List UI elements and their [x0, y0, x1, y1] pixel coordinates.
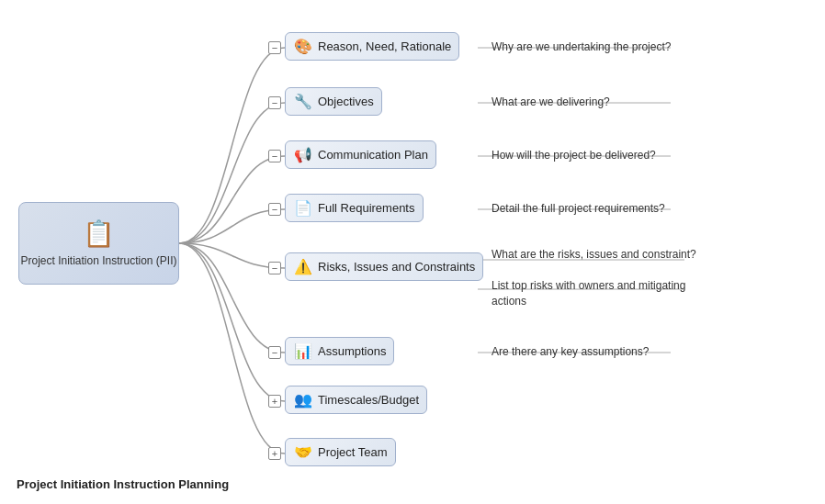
timescales-icon: 👥	[293, 391, 313, 409]
reason-annotation: Why are we undertaking the project?	[492, 40, 671, 53]
topic-node-timescales[interactable]: 👥Timescales/Budget	[285, 386, 427, 414]
reqs-icon: 📄	[293, 199, 313, 217]
page-title: Project Initiation Instruction Planning	[17, 477, 229, 491]
team-icon: 🤝	[293, 443, 313, 461]
objectives-annotation: What are we delivering?	[492, 95, 610, 108]
reqs-collapse-btn[interactable]: −	[268, 203, 281, 216]
comm-annotation: How will the project be delivered?	[492, 149, 656, 162]
timescales-label: Timescales/Budget	[318, 393, 419, 407]
risks-collapse-btn[interactable]: −	[268, 262, 281, 274]
team-collapse-btn[interactable]: +	[268, 447, 281, 460]
risks-icon: ⚠️	[293, 258, 313, 275]
risks-label: Risks, Issues and Constraints	[318, 260, 475, 274]
risks-annotation2: List top risks with owners and mitigatin…	[492, 278, 703, 309]
center-node: 📋 Project Initiation Instruction (PII)	[18, 202, 179, 285]
timescales-collapse-btn[interactable]: +	[268, 395, 281, 408]
reason-collapse-btn[interactable]: −	[268, 41, 281, 54]
center-label: Project Initiation Instruction (PII)	[20, 254, 176, 269]
comm-collapse-btn[interactable]: −	[268, 150, 281, 162]
topic-node-objectives[interactable]: 🔧Objectives	[285, 87, 382, 116]
center-icon: 📋	[83, 218, 115, 249]
assumptions-collapse-btn[interactable]: −	[268, 346, 281, 359]
topic-node-assumptions[interactable]: 📊Assumptions	[285, 337, 394, 365]
assumptions-label: Assumptions	[318, 344, 386, 358]
reason-label: Reason, Need, Rationale	[318, 39, 451, 53]
assumptions-icon: 📊	[293, 342, 313, 360]
reqs-label: Full Requirements	[318, 201, 415, 215]
risks-annotation1: What are the risks, issues and constrain…	[492, 248, 696, 261]
objectives-collapse-btn[interactable]: −	[268, 96, 281, 109]
comm-label: Communication Plan	[318, 148, 428, 162]
comm-icon: 📢	[293, 146, 313, 163]
reqs-annotation: Detail the full project requirements?	[492, 202, 665, 215]
assumptions-annotation: Are there any key assumptions?	[492, 345, 649, 358]
objectives-icon: 🔧	[293, 93, 313, 110]
topic-node-comm[interactable]: 📢Communication Plan	[285, 140, 436, 169]
team-label: Project Team	[318, 445, 388, 459]
topic-node-risks[interactable]: ⚠️Risks, Issues and Constraints	[285, 252, 483, 281]
topic-node-reason[interactable]: 🎨Reason, Need, Rationale	[285, 32, 459, 61]
objectives-label: Objectives	[318, 95, 374, 108]
topic-node-reqs[interactable]: 📄Full Requirements	[285, 194, 424, 222]
reason-icon: 🎨	[293, 38, 313, 55]
topic-node-team[interactable]: 🤝Project Team	[285, 438, 396, 466]
